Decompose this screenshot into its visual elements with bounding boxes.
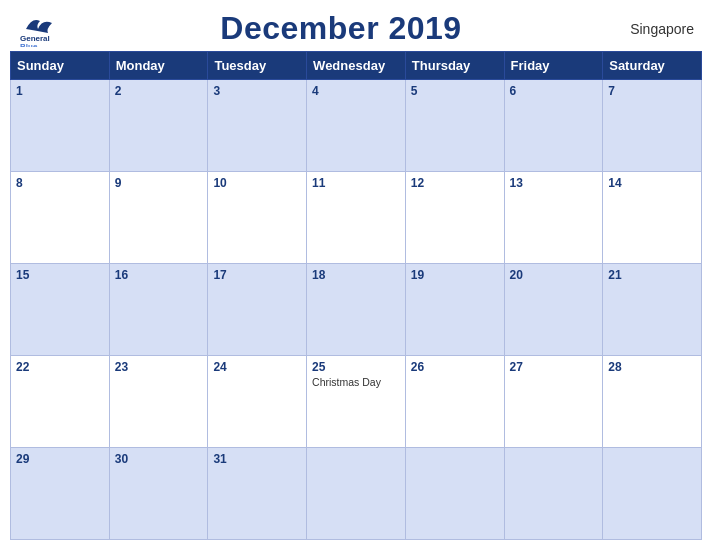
header-wednesday: Wednesday: [307, 52, 406, 80]
day-number: 17: [213, 268, 301, 282]
calendar-day-cell: 22: [11, 356, 110, 448]
day-number: 10: [213, 176, 301, 190]
calendar-header: General Blue December 2019 Singapore: [0, 0, 712, 51]
header-monday: Monday: [109, 52, 208, 80]
title-area: December 2019: [78, 10, 604, 47]
day-number: 2: [115, 84, 203, 98]
day-number: 7: [608, 84, 696, 98]
calendar-day-cell: 16: [109, 264, 208, 356]
day-number: 14: [608, 176, 696, 190]
day-number: 15: [16, 268, 104, 282]
header-tuesday: Tuesday: [208, 52, 307, 80]
generalblue-logo-icon: General Blue: [18, 11, 78, 47]
calendar-day-cell: 27: [504, 356, 603, 448]
header-thursday: Thursday: [405, 52, 504, 80]
day-number: 31: [213, 452, 301, 466]
day-number: 21: [608, 268, 696, 282]
calendar-week-row: 891011121314: [11, 172, 702, 264]
day-number: 18: [312, 268, 400, 282]
calendar-day-cell: 9: [109, 172, 208, 264]
day-number: 3: [213, 84, 301, 98]
day-number: 12: [411, 176, 499, 190]
header-friday: Friday: [504, 52, 603, 80]
calendar-day-cell: 14: [603, 172, 702, 264]
calendar-day-cell: 7: [603, 80, 702, 172]
calendar-day-cell: 25Christmas Day: [307, 356, 406, 448]
calendar-day-cell: 24: [208, 356, 307, 448]
calendar-day-cell: 12: [405, 172, 504, 264]
calendar-day-cell: [504, 448, 603, 540]
day-number: 16: [115, 268, 203, 282]
calendar-day-cell: 26: [405, 356, 504, 448]
calendar-day-cell: 6: [504, 80, 603, 172]
calendar-week-row: 293031: [11, 448, 702, 540]
day-number: 9: [115, 176, 203, 190]
day-number: 13: [510, 176, 598, 190]
header-sunday: Sunday: [11, 52, 110, 80]
calendar-day-cell: 23: [109, 356, 208, 448]
day-number: 27: [510, 360, 598, 374]
calendar-day-cell: 18: [307, 264, 406, 356]
calendar-day-cell: [307, 448, 406, 540]
calendar-day-cell: 5: [405, 80, 504, 172]
day-number: 5: [411, 84, 499, 98]
calendar-day-cell: 30: [109, 448, 208, 540]
calendar-day-cell: 13: [504, 172, 603, 264]
calendar-day-cell: 3: [208, 80, 307, 172]
region-label: Singapore: [604, 21, 694, 37]
calendar-week-row: 1234567: [11, 80, 702, 172]
calendar-table: Sunday Monday Tuesday Wednesday Thursday…: [10, 51, 702, 540]
header-saturday: Saturday: [603, 52, 702, 80]
calendar-week-row: 22232425Christmas Day262728: [11, 356, 702, 448]
calendar-body: 1234567891011121314151617181920212223242…: [11, 80, 702, 540]
calendar-week-row: 15161718192021: [11, 264, 702, 356]
day-number: 29: [16, 452, 104, 466]
day-number: 1: [16, 84, 104, 98]
day-number: 11: [312, 176, 400, 190]
svg-text:Blue: Blue: [20, 42, 38, 47]
day-number: 22: [16, 360, 104, 374]
calendar-page: General Blue December 2019 Singapore Sun…: [0, 0, 712, 550]
day-number: 19: [411, 268, 499, 282]
calendar-container: Sunday Monday Tuesday Wednesday Thursday…: [0, 51, 712, 550]
day-number: 26: [411, 360, 499, 374]
weekday-header-row: Sunday Monday Tuesday Wednesday Thursday…: [11, 52, 702, 80]
calendar-day-cell: 11: [307, 172, 406, 264]
calendar-day-cell: 8: [11, 172, 110, 264]
day-number: 8: [16, 176, 104, 190]
calendar-day-cell: [405, 448, 504, 540]
calendar-day-cell: 20: [504, 264, 603, 356]
calendar-day-cell: 19: [405, 264, 504, 356]
day-number: 28: [608, 360, 696, 374]
calendar-day-cell: 28: [603, 356, 702, 448]
calendar-day-cell: 10: [208, 172, 307, 264]
day-number: 20: [510, 268, 598, 282]
day-number: 25: [312, 360, 400, 374]
calendar-day-cell: 17: [208, 264, 307, 356]
calendar-day-cell: 1: [11, 80, 110, 172]
day-number: 6: [510, 84, 598, 98]
calendar-day-cell: 21: [603, 264, 702, 356]
day-event-label: Christmas Day: [312, 376, 400, 388]
day-number: 30: [115, 452, 203, 466]
calendar-day-cell: 31: [208, 448, 307, 540]
calendar-day-cell: 15: [11, 264, 110, 356]
day-number: 24: [213, 360, 301, 374]
calendar-title: December 2019: [220, 10, 461, 46]
logo-area: General Blue: [18, 11, 78, 47]
calendar-day-cell: 4: [307, 80, 406, 172]
day-number: 4: [312, 84, 400, 98]
calendar-day-cell: [603, 448, 702, 540]
calendar-day-cell: 29: [11, 448, 110, 540]
calendar-day-cell: 2: [109, 80, 208, 172]
day-number: 23: [115, 360, 203, 374]
